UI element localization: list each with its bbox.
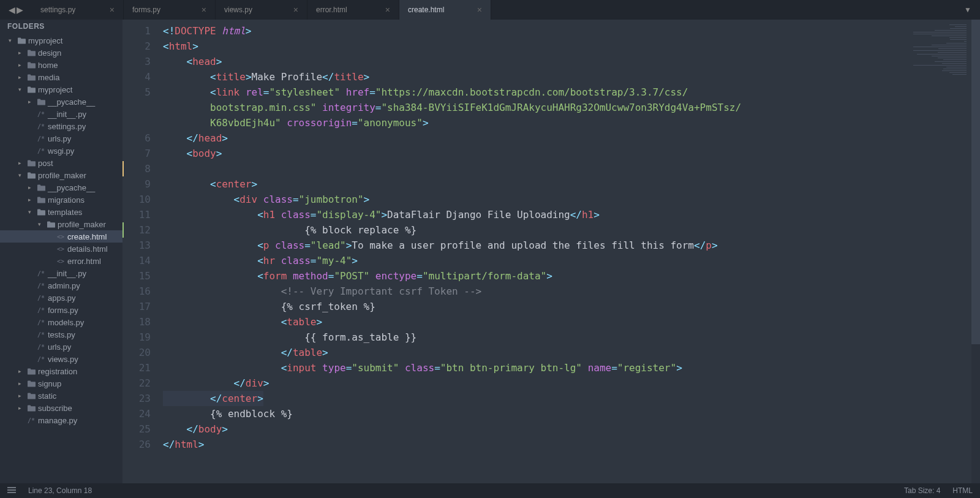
folder-design[interactable]: ▸design bbox=[0, 47, 123, 59]
close-icon[interactable]: × bbox=[110, 5, 115, 15]
disclosure-icon[interactable]: ▾ bbox=[9, 37, 15, 43]
file-urls-py[interactable]: /*urls.py bbox=[0, 132, 123, 145]
disclosure-icon[interactable]: ▸ bbox=[18, 405, 24, 411]
code-line[interactable]: {% endblock %} bbox=[163, 406, 904, 421]
file-views-py[interactable]: /*views.py bbox=[0, 353, 123, 365]
folder-profile_maker[interactable]: ▾profile_maker bbox=[0, 218, 123, 230]
code-line[interactable]: bootstrap.min.css" integrity="sha384-BVY… bbox=[163, 100, 904, 115]
folder-__pycache__[interactable]: ▸__pycache__ bbox=[0, 181, 123, 194]
file-__init__-py[interactable]: /*__init__.py bbox=[0, 267, 123, 279]
tree-item-label: profile_maker bbox=[38, 171, 86, 180]
disclosure-icon[interactable]: ▸ bbox=[18, 160, 24, 166]
tab-error-html[interactable]: error.html× bbox=[307, 0, 399, 20]
tab-settings-py[interactable]: settings.py× bbox=[32, 0, 124, 20]
file-forms-py[interactable]: /*forms.py bbox=[0, 304, 123, 316]
code-line[interactable]: {% csrf_token %} bbox=[163, 299, 904, 314]
folder-myproject[interactable]: ▾myproject bbox=[0, 83, 123, 96]
folder-myproject[interactable]: ▾myproject bbox=[0, 34, 123, 47]
disclosure-icon[interactable]: ▾ bbox=[18, 172, 24, 178]
tab-overflow-icon[interactable]: ▼ bbox=[956, 6, 980, 14]
code-area[interactable]: <!DOCTYPE html><html> <head> <title>Make… bbox=[159, 20, 904, 483]
nav-forward-icon[interactable]: ▶ bbox=[17, 5, 23, 15]
code-line[interactable]: <input type="submit" class="btn btn-prim… bbox=[163, 360, 904, 375]
scrollbar-thumb[interactable] bbox=[971, 20, 980, 344]
code-line[interactable] bbox=[163, 161, 904, 176]
code-line[interactable]: {{ form.as_table }} bbox=[163, 330, 904, 345]
disclosure-icon[interactable]: ▾ bbox=[38, 221, 44, 227]
file-details-html[interactable]: <>details.html bbox=[0, 243, 123, 255]
file-admin-py[interactable]: /*admin.py bbox=[0, 279, 123, 292]
disclosure-icon[interactable]: ▸ bbox=[18, 50, 24, 56]
code-line[interactable]: K68vbdEjh4u" crossorigin="anonymous"> bbox=[163, 115, 904, 130]
file-apps-py[interactable]: /*apps.py bbox=[0, 292, 123, 304]
code-line[interactable]: <link rel="stylesheet" href="https://max… bbox=[163, 85, 904, 100]
code-file-icon: /* bbox=[37, 270, 45, 277]
file-manage-py[interactable]: /*manage.py bbox=[0, 414, 123, 426]
code-line[interactable]: </html> bbox=[163, 437, 904, 452]
menu-icon[interactable] bbox=[7, 486, 16, 495]
code-line[interactable]: </div> bbox=[163, 375, 904, 391]
code-line[interactable]: <!DOCTYPE html> bbox=[163, 23, 904, 39]
code-line[interactable]: <hr class="my-4"> bbox=[163, 253, 904, 268]
code-line[interactable]: <p class="lead">To make a user profile a… bbox=[163, 238, 904, 253]
file-__init__-py[interactable]: /*__init__.py bbox=[0, 108, 123, 120]
disclosure-icon[interactable]: ▸ bbox=[28, 184, 34, 191]
folder-subscribe[interactable]: ▸subscribe bbox=[0, 402, 123, 414]
disclosure-icon[interactable]: ▸ bbox=[18, 74, 24, 80]
code-line[interactable]: </head> bbox=[163, 130, 904, 146]
close-icon[interactable]: × bbox=[202, 5, 206, 15]
code-line[interactable]: <h1 class="display-4">DataFlair Django F… bbox=[163, 207, 904, 222]
code-line[interactable]: <head> bbox=[163, 54, 904, 69]
file-urls-py[interactable]: /*urls.py bbox=[0, 341, 123, 353]
status-tab-size[interactable]: Tab Size: 4 bbox=[904, 486, 940, 495]
code-line[interactable]: {% block replace %} bbox=[163, 222, 904, 238]
code-line[interactable]: <body> bbox=[163, 146, 904, 161]
file-tests-py[interactable]: /*tests.py bbox=[0, 328, 123, 341]
folder-profile_maker[interactable]: ▾profile_maker bbox=[0, 169, 123, 181]
disclosure-icon[interactable]: ▸ bbox=[18, 393, 24, 399]
status-cursor[interactable]: Line 23, Column 18 bbox=[28, 486, 92, 495]
code-line[interactable]: <div class="jumbotron"> bbox=[163, 192, 904, 207]
scrollbar[interactable] bbox=[971, 20, 980, 483]
code-line[interactable]: <!-- Very Important csrf Token --> bbox=[163, 284, 904, 299]
tab-forms-py[interactable]: forms.py× bbox=[124, 0, 216, 20]
code-line[interactable]: <center> bbox=[163, 176, 904, 192]
disclosure-icon[interactable]: ▾ bbox=[28, 209, 34, 215]
code-line[interactable]: </table> bbox=[163, 345, 904, 360]
folder-templates[interactable]: ▾templates bbox=[0, 206, 123, 218]
disclosure-icon[interactable]: ▸ bbox=[28, 99, 34, 105]
code-line[interactable]: <table> bbox=[163, 314, 904, 330]
code-line[interactable]: </body> bbox=[163, 421, 904, 437]
file-error-html[interactable]: <>error.html bbox=[0, 255, 123, 267]
folder-signup[interactable]: ▸signup bbox=[0, 377, 123, 390]
disclosure-icon[interactable]: ▸ bbox=[28, 197, 34, 203]
folder-media[interactable]: ▸media bbox=[0, 71, 123, 83]
folder-registration[interactable]: ▸registration bbox=[0, 365, 123, 377]
folder-migrations[interactable]: ▸migrations bbox=[0, 194, 123, 206]
code-line[interactable]: <form method="POST" enctype="multipart/f… bbox=[163, 268, 904, 284]
code-line[interactable]: <title>Make Profile</title> bbox=[163, 69, 904, 85]
code-line[interactable]: <html> bbox=[163, 39, 904, 54]
file-settings-py[interactable]: /*settings.py bbox=[0, 120, 123, 132]
folder-__pycache__[interactable]: ▸__pycache__ bbox=[0, 96, 123, 108]
status-syntax[interactable]: HTML bbox=[952, 486, 973, 495]
file-wsgi-py[interactable]: /*wsgi.py bbox=[0, 145, 123, 157]
close-icon[interactable]: × bbox=[293, 5, 298, 15]
folder-home[interactable]: ▸home bbox=[0, 59, 123, 71]
close-icon[interactable]: × bbox=[385, 5, 390, 15]
disclosure-icon[interactable]: ▸ bbox=[18, 380, 24, 387]
minimap[interactable] bbox=[904, 20, 971, 483]
editor[interactable]: 1234567891011121314151617181920212223242… bbox=[123, 20, 980, 483]
disclosure-icon[interactable]: ▸ bbox=[18, 368, 24, 374]
nav-back-icon[interactable]: ◀ bbox=[9, 5, 15, 15]
disclosure-icon[interactable]: ▸ bbox=[18, 62, 24, 68]
disclosure-icon[interactable]: ▾ bbox=[18, 86, 24, 92]
file-models-py[interactable]: /*models.py bbox=[0, 316, 123, 328]
folder-static[interactable]: ▸static bbox=[0, 390, 123, 402]
tab-create-html[interactable]: create.html× bbox=[399, 0, 491, 20]
folder-post[interactable]: ▸post bbox=[0, 157, 123, 169]
file-create-html[interactable]: <>create.html bbox=[0, 230, 123, 243]
tab-views-py[interactable]: views.py× bbox=[216, 0, 307, 20]
code-line[interactable]: </center> bbox=[163, 391, 263, 406]
close-icon[interactable]: × bbox=[477, 5, 482, 15]
